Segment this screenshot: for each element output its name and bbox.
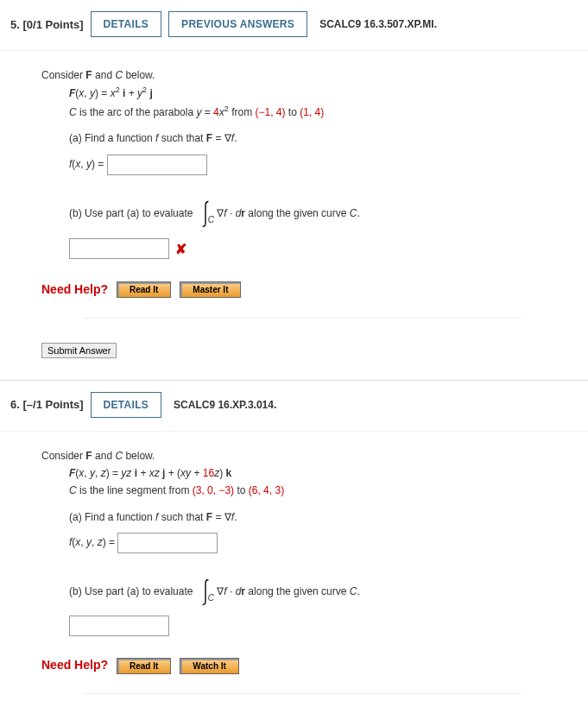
read-it-button[interactable]: Read It	[117, 658, 171, 674]
need-help-row: Need Help? Read It Watch It	[41, 655, 562, 676]
part-b-prompt: (b) Use part (a) to evaluate C ∇f · dr a…	[69, 578, 562, 607]
read-it-button[interactable]: Read It	[117, 281, 171, 298]
source-ref: SCALC9 16.3.507.XP.MI.	[319, 18, 437, 30]
integral-icon: C	[196, 578, 214, 607]
integral-icon: C	[196, 199, 214, 229]
details-button[interactable]: DETAILS	[91, 11, 162, 37]
details-button[interactable]: DETAILS	[91, 392, 162, 418]
curve-description: C is the arc of the parabola y = 4x2 fro…	[69, 103, 562, 121]
previous-answers-button[interactable]: PREVIOUS ANSWERS	[168, 11, 307, 37]
question-body: Consider F and C below. F(x, y, z) = yz …	[0, 432, 588, 701]
intro-text: Consider F and C below.	[41, 447, 562, 464]
submit-answer-button[interactable]: Submit Answer	[41, 343, 117, 358]
part-a-answer-row: f(x, y, z) =	[69, 533, 562, 553]
question-number: 6. [–/1 Points]	[10, 398, 84, 411]
question-body: Consider F and C below. F(x, y) = x2 i +…	[0, 51, 588, 327]
incorrect-icon: ✘	[175, 242, 187, 256]
question-header: 5. [0/1 Points] DETAILS PREVIOUS ANSWERS…	[0, 7, 588, 51]
question-number: 5. [0/1 Points]	[10, 18, 84, 31]
equation-F: F(x, y) = x2 i + y2 j	[69, 84, 562, 102]
need-help-row: Need Help? Read It Master It	[41, 280, 562, 300]
equation-F: F(x, y, z) = yz i + xz j + (xy + 16z) k	[69, 464, 562, 482]
answer-input-6a[interactable]	[117, 533, 218, 553]
part-a-prompt: (a) Find a function f such that F = ∇f.	[69, 508, 562, 526]
need-help-label: Need Help?	[41, 280, 108, 300]
question-6: 6. [–/1 Points] DETAILS SCALC9 16.XP.3.0…	[0, 381, 588, 701]
intro-text: Consider F and C below.	[41, 66, 562, 84]
watch-it-button[interactable]: Watch It	[180, 658, 239, 674]
part-a-answer-row: f(x, y) =	[69, 155, 562, 175]
need-help-label: Need Help?	[41, 655, 108, 676]
question-header: 6. [–/1 Points] DETAILS SCALC9 16.XP.3.0…	[0, 388, 588, 432]
submit-row: Submit Answer	[0, 343, 588, 358]
part-b-answer-row: ✘	[69, 237, 562, 261]
answer-input-5a[interactable]	[107, 155, 207, 175]
part-b-prompt: (b) Use part (a) to evaluate C ∇f · dr a…	[69, 199, 562, 229]
answer-input-5b[interactable]	[69, 238, 169, 259]
question-5: 5. [0/1 Points] DETAILS PREVIOUS ANSWERS…	[0, 0, 588, 381]
source-ref: SCALC9 16.XP.3.014.	[174, 399, 276, 411]
part-a-prompt: (a) Find a function f such that F = ∇f.	[69, 129, 562, 147]
answer-input-6b[interactable]	[69, 616, 169, 636]
master-it-button[interactable]: Master It	[180, 281, 241, 298]
curve-description: C is the line segment from (3, 0, −3) to…	[69, 482, 562, 499]
part-b-answer-row	[69, 616, 562, 636]
